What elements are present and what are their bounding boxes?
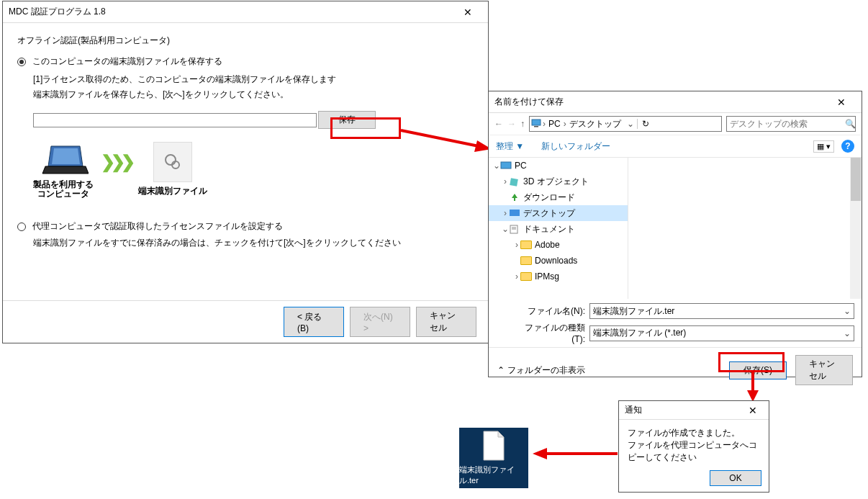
filetype-label: ファイルの種類(T): [517,322,589,344]
svg-line-5 [401,130,479,146]
desktop-file-label: 端末識別ファイル.ter [459,464,528,486]
nav-forward-icon: → [507,119,516,129]
laptop-icon [38,142,89,178]
scrollbar[interactable] [850,158,862,299]
breadcrumb-desktop[interactable]: デスクトップ [566,118,624,130]
file-list[interactable] [628,158,862,299]
svg-marker-19 [533,448,547,459]
highlight-save [330,117,401,139]
saveas-titlebar: 名前を付けて保存 ✕ [489,91,862,113]
filename-label: ファイル名(N): [517,305,589,318]
tree-desktop[interactable]: デスクトップ [523,207,575,220]
svg-rect-12 [510,210,520,216]
instruction-3: 端末識別ファイルをすでに保存済みの場合は、チェックを付けて[次へ]をクリックして… [33,237,474,249]
tree-adobe[interactable]: Adobe [535,240,560,250]
svg-marker-2 [42,166,89,174]
svg-marker-1 [52,148,80,164]
refresh-icon[interactable]: ↻ [637,119,654,129]
notify-msg-2: ファイルを代理コンピュータへコピーしてください [628,439,760,464]
arrow-icon [531,446,619,462]
svg-rect-10 [510,178,518,186]
tree-ipmsg[interactable]: IPMsg [535,271,559,282]
nav-back-icon[interactable]: ← [494,119,503,129]
svg-rect-8 [534,126,538,127]
highlight-saveas-save [718,352,785,372]
cancel-button[interactable]: キャンセル [795,355,853,385]
product-label-1: 製品を利用する [33,179,94,189]
svg-marker-11 [512,194,517,201]
instruction-2: 端末識別ファイルを保存したら、[次へ]をクリックしてください。 [33,89,474,101]
radio-save-terminal[interactable] [17,58,26,66]
close-icon[interactable]: ✕ [453,2,482,22]
chevron-down-icon[interactable]: ⌄ [841,306,854,316]
arrow-icon [399,126,493,155]
saveas-title: 名前を付けて保存 [494,96,827,108]
next-button: 次へ(N) > [350,307,410,337]
desktop-file-tile[interactable]: 端末識別ファイル.ter [459,428,528,488]
filename-input[interactable]: 端末識別ファイル.ter [590,305,841,318]
chevron-down-icon[interactable]: ⌄ [841,328,854,338]
hide-folders-link[interactable]: フォルダーの非表示 [507,364,729,377]
chevron-down-icon[interactable]: ⌄ [624,119,637,129]
help-icon[interactable]: ? [841,140,854,153]
mdc-dialog: MDC 認証プログラム 1.8 ✕ オフライン認証(製品利用コンピュータ) この… [2,1,489,343]
instruction-1: [1]ライセンス取得のため、このコンピュータの端末識別ファイルを保存します [33,73,474,86]
back-button[interactable]: < 戻る(B) [284,307,344,337]
folder-tree[interactable]: ⌄PC ›3D オブジェクト ダウンロード ›デスクトップ ⌄ドキュメント ›A… [489,158,628,299]
close-icon[interactable]: ✕ [743,400,763,421]
breadcrumb-pc[interactable]: PC [546,119,564,129]
terminal-file-label: 端末識別ファイル [138,185,207,197]
organize-menu[interactable]: 整理 ▼ [496,140,524,153]
tree-documents[interactable]: ドキュメント [523,223,575,235]
mdc-title: MDC 認証プログラム 1.8 [9,6,453,18]
notify-msg-1: ファイルが作成できました。 [628,427,760,439]
tree-pc[interactable]: PC [515,161,527,171]
radio-proxy-license[interactable] [17,222,26,231]
tree-3d[interactable]: 3D オブジェクト [523,176,589,188]
nav-up-icon[interactable]: ↑ [520,119,525,129]
offline-heading: オフライン認証(製品利用コンピュータ) [17,35,474,47]
svg-rect-9 [501,162,511,168]
pc-icon [530,119,543,130]
product-label-2: コンピュータ [37,189,89,199]
new-folder-button[interactable]: 新しいフォルダー [541,140,610,153]
search-input[interactable] [727,119,841,129]
radio-save-terminal-label: このコンピュータの端末識別ファイルを保存する [32,56,222,66]
filetype-select[interactable]: 端末識別ファイル (*.ter) [590,327,841,339]
svg-point-3 [166,155,176,165]
mdc-titlebar: MDC 認証プログラム 1.8 ✕ [3,1,488,23]
svg-marker-21 [498,431,504,437]
search-icon[interactable]: 🔍 [841,119,860,129]
save-as-dialog: 名前を付けて保存 ✕ ← → ↑ › PC › デスクトップ ⌄ ↻ 🔍 整理 … [488,91,862,377]
tree-downloads[interactable]: Downloads [535,256,577,266]
svg-rect-7 [532,120,541,125]
file-icon [153,142,192,182]
cancel-button[interactable]: キャンセル [416,307,476,337]
file-icon [481,430,507,462]
arrow-icon [744,372,766,403]
close-icon[interactable]: ✕ [827,92,856,112]
collapse-icon[interactable]: ⌃ [497,365,505,375]
ok-button[interactable]: OK [710,470,761,486]
notify-dialog: 通知 ✕ ファイルが作成できました。 ファイルを代理コンピュータへコピーしてくだ… [618,400,769,493]
tree-download[interactable]: ダウンロード [523,192,575,204]
radio-proxy-license-label: 代理コンピュータで認証取得したライセンスファイルを設定する [32,221,283,231]
save-path-input[interactable] [33,113,317,127]
view-menu-icon[interactable]: ▦ ▾ [813,140,834,153]
arrow-icon: ❯❯❯ [101,142,131,172]
notify-title: 通知 [625,404,743,416]
